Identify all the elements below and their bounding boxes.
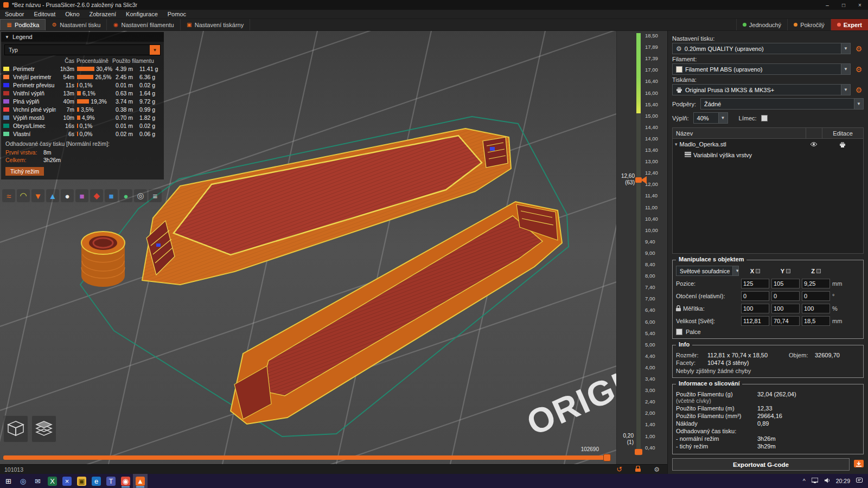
excel-icon[interactable]: X bbox=[45, 474, 60, 488]
teams-icon[interactable]: T bbox=[104, 474, 118, 488]
volume-icon[interactable] bbox=[824, 478, 830, 484]
tab-nastaveni-tisku[interactable]: ⚙ Nastavení tisku bbox=[46, 19, 107, 30]
eye-icon[interactable] bbox=[806, 142, 822, 147]
legend-row[interactable]: Obrys/Límec 16s 0,1% 0.01 m 0.02 g bbox=[1, 121, 164, 130]
coordinate-system-dropdown[interactable]: Světové souřadnice ▼ bbox=[676, 266, 739, 276]
menu-item-3[interactable]: Zobrazení bbox=[85, 11, 122, 17]
legend-row[interactable]: Plná výplň 40m 19,3% 3.74 m 9.72 g bbox=[1, 97, 164, 105]
xodo-icon[interactable]: × bbox=[60, 474, 74, 488]
filament-dropdown[interactable]: Filament PM ABS (upraveno) ▼ bbox=[672, 63, 851, 75]
legend-row[interactable]: Perimetr převisu 11s 0,1% 0.01 m 0.02 g bbox=[1, 81, 164, 89]
legend-toggle-icon[interactable]: ≡ bbox=[149, 189, 162, 202]
legend-type-dropdown[interactable]: Typ ▼ bbox=[4, 44, 161, 55]
retractions-icon[interactable]: ▼ bbox=[31, 189, 44, 202]
display-icon[interactable] bbox=[812, 478, 818, 484]
close-button[interactable]: × bbox=[852, 0, 868, 10]
brim-checkbox[interactable] bbox=[761, 115, 768, 121]
uniform-scale-lock-icon[interactable] bbox=[676, 305, 681, 312]
lock-slider-icon[interactable] bbox=[635, 466, 641, 473]
scale-x-input[interactable] bbox=[741, 304, 769, 313]
shells-icon[interactable]: ◎ bbox=[134, 189, 147, 202]
mode-expert[interactable]: Expert bbox=[831, 19, 868, 30]
export-gcode-button[interactable]: Exportovat G-code bbox=[672, 458, 850, 471]
mode-advanced[interactable]: Pokročilý bbox=[787, 19, 831, 30]
rotation-y-input[interactable] bbox=[771, 291, 800, 301]
edit-print-settings-gear-icon[interactable]: ⚙ bbox=[854, 45, 864, 53]
legend-row[interactable]: Vrchní plné výplně 7m 3,5% 0.38 m 0.99 g bbox=[1, 105, 164, 113]
export-sd-icon[interactable] bbox=[854, 460, 864, 469]
position-z-input[interactable] bbox=[802, 279, 830, 288]
tab-podlozka[interactable]: ▦ Podložka bbox=[0, 19, 46, 30]
deretractions-icon[interactable]: ▲ bbox=[46, 189, 59, 202]
tool-changes-icon[interactable]: ■ bbox=[75, 189, 88, 202]
menu-item-5[interactable]: Pomoc bbox=[163, 11, 191, 17]
layer-tick-label: 11,40 bbox=[645, 193, 658, 198]
edit-filament-gear-icon[interactable]: ⚙ bbox=[854, 66, 864, 73]
edge-icon[interactable]: e bbox=[89, 474, 104, 488]
start-button[interactable]: ⊞ bbox=[1, 474, 16, 488]
edit-printer-gear-icon[interactable]: ⚙ bbox=[854, 86, 864, 94]
legend-row[interactable]: Perimetr 1h3m 30,4% 4.39 m 11.41 g bbox=[1, 65, 164, 73]
seams-icon[interactable]: ● bbox=[61, 189, 74, 202]
object-list-item[interactable]: ▾ Madlo_Operka.stl bbox=[673, 139, 863, 150]
3d-viewport[interactable]: ORIGI ▼ Legend Typ ▼ Čas Pro bbox=[0, 31, 616, 464]
horizontal-move-slider[interactable] bbox=[3, 455, 610, 460]
rotation-x-input[interactable] bbox=[741, 291, 769, 301]
infill-dropdown[interactable]: 40% ▼ bbox=[693, 112, 728, 124]
scale-y-input[interactable] bbox=[771, 304, 800, 313]
mail-icon[interactable]: ✉ bbox=[30, 474, 45, 488]
menu-item-2[interactable]: Okno bbox=[60, 11, 84, 17]
inches-checkbox[interactable] bbox=[676, 329, 682, 335]
wipe-moves-icon[interactable]: ◠ bbox=[17, 189, 30, 202]
legend-row[interactable]: Výplň mostů 10m 4,9% 0.70 m 1.82 g bbox=[1, 113, 164, 121]
legend-row[interactable]: Vnější perimetr 54m 26,5% 2.45 m 6.36 g bbox=[1, 73, 164, 81]
slider-settings-gear-icon[interactable]: ⚙ bbox=[654, 466, 660, 473]
legend-row[interactable]: Vlastní 6s 0,0% 0.02 m 0.06 g bbox=[1, 130, 164, 138]
print-settings-dropdown[interactable]: ⚙ 0.20mm QUALITY (upraveno) ▼ bbox=[672, 43, 851, 54]
supports-dropdown[interactable]: Žádné ▼ bbox=[700, 98, 864, 110]
prusaslicer-icon[interactable]: ▲ bbox=[133, 474, 148, 488]
rotation-z-input[interactable] bbox=[802, 291, 830, 301]
object-editing-icon[interactable] bbox=[822, 142, 863, 147]
layer-tick-label: 17,39 bbox=[645, 56, 658, 61]
maximize-button[interactable]: □ bbox=[835, 0, 852, 10]
mode-simple[interactable]: Jednoduchý bbox=[736, 19, 787, 30]
object-modifier-item[interactable]: Variabilní výška vrstvy bbox=[673, 150, 863, 160]
clock[interactable]: 20:29 bbox=[836, 478, 850, 484]
expand-caret-icon[interactable]: ▾ bbox=[675, 142, 678, 147]
search-icon[interactable]: ◎ bbox=[16, 474, 30, 488]
minimize-button[interactable]: – bbox=[819, 0, 835, 10]
notification-icon[interactable] bbox=[856, 478, 863, 485]
custom-gcodes-icon[interactable]: ● bbox=[119, 189, 132, 202]
travel-moves-icon[interactable]: ≈ bbox=[2, 189, 15, 202]
position-x-input[interactable] bbox=[741, 279, 769, 288]
menu-item-1[interactable]: Editovat bbox=[29, 11, 60, 17]
legend-row[interactable]: Vnitřní výplň 13m 6,1% 0.63 m 1.64 g bbox=[1, 89, 164, 97]
layer-slider-track[interactable] bbox=[636, 33, 641, 455]
pause-prints-icon[interactable]: ■ bbox=[105, 189, 118, 202]
scale-z-input[interactable] bbox=[802, 304, 830, 313]
size-z-input[interactable] bbox=[802, 316, 830, 326]
chrome-icon[interactable]: ◉ bbox=[118, 474, 133, 488]
tab-nastaveni-tiskarny[interactable]: ▣ Nastavení tiskárny bbox=[181, 19, 250, 30]
color-changes-icon[interactable]: ◆ bbox=[90, 189, 103, 202]
lower-slider-handle[interactable] bbox=[635, 449, 642, 455]
editor-view-button[interactable] bbox=[3, 415, 28, 442]
tab-nastaveni-filamentu[interactable]: ◉ Nastavení filamentu bbox=[107, 19, 180, 30]
menu-item-4[interactable]: Konfigurace bbox=[121, 11, 163, 17]
size-x-input[interactable] bbox=[741, 316, 769, 326]
size-y-input[interactable] bbox=[771, 316, 800, 326]
preview-view-button[interactable] bbox=[31, 415, 56, 442]
position-y-input[interactable] bbox=[771, 279, 800, 288]
printer-dropdown[interactable]: Original Prusa i3 MK3S & MK3S+ ▼ bbox=[672, 84, 851, 95]
undo-icon[interactable]: ↺ bbox=[616, 465, 622, 473]
move-slider-handle[interactable] bbox=[603, 454, 611, 461]
upper-slider-handle[interactable] bbox=[641, 176, 647, 184]
stealth-mode-button[interactable]: Tichý režim bbox=[5, 167, 44, 176]
menu-item-0[interactable]: Soubor bbox=[0, 11, 29, 17]
tray-expand-icon[interactable]: ^ bbox=[803, 478, 806, 484]
model-cylinder-part[interactable] bbox=[81, 232, 125, 287]
feature-weight: 0.02 g bbox=[136, 82, 160, 88]
explorer-icon[interactable]: ▣ bbox=[74, 474, 89, 488]
legend-header[interactable]: ▼ Legend bbox=[1, 32, 164, 42]
